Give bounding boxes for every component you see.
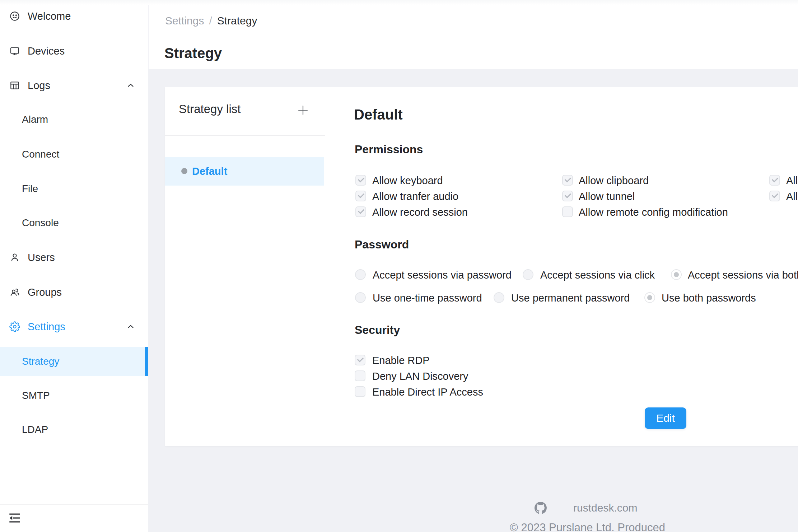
copyright-text: © 2023 Purslane Ltd. Produced (510, 521, 665, 532)
radio-accept-via-click[interactable] (523, 269, 533, 280)
breadcrumb-separator: / (209, 15, 212, 27)
radio-one-time-password[interactable] (355, 292, 366, 303)
sidebar-item-ldap[interactable]: LDAP (0, 415, 148, 444)
strategy-list-panel: Strategy list Default (165, 87, 325, 446)
checkbox-label: All (786, 175, 798, 186)
sidebar-collapse-button[interactable] (9, 513, 22, 524)
checkbox-label: Enable RDP (372, 355, 430, 366)
sidebar-item-settings[interactable]: Settings (0, 312, 148, 341)
checkbox-allow-transfer-audio[interactable] (355, 191, 366, 201)
checkbox-allow-col3-row2[interactable] (769, 191, 780, 201)
sidebar-item-label: Devices (28, 45, 65, 57)
strategy-list-title: Strategy list (179, 102, 241, 116)
strategy-list-item-default[interactable]: Default (165, 157, 324, 186)
sidebar-item-label: Logs (28, 80, 50, 92)
sidebar-item-label: File (22, 183, 38, 195)
checkbox-enable-direct-ip[interactable] (355, 386, 365, 397)
checkbox-label: Deny LAN Discovery (372, 370, 468, 382)
sidebar-item-label: Users (28, 252, 55, 263)
radio-both-passwords[interactable] (644, 292, 655, 303)
footer: rustdesk.com (535, 502, 637, 514)
radio-accept-via-password[interactable] (355, 269, 366, 280)
checkbox-allow-tunnel[interactable] (562, 191, 573, 201)
sidebar-divider (0, 504, 148, 505)
sidebar-item-label: Strategy (22, 356, 59, 367)
user-icon (9, 252, 20, 263)
sidebar-item-label: Settings (28, 321, 65, 333)
smiley-icon (9, 11, 20, 22)
checkbox-label: Allow remote config modification (579, 206, 728, 218)
gear-icon (9, 321, 20, 332)
security-heading: Security (355, 323, 400, 337)
strategy-card: Strategy list Default Default Permission… (165, 87, 798, 446)
edit-button[interactable]: Edit (645, 407, 686, 429)
checkbox-label: All (786, 191, 798, 202)
sidebar-item-smtp[interactable]: SMTP (0, 381, 148, 410)
password-row: Use one-time password Use permanent pass… (354, 292, 798, 304)
checkbox-allow-remote-config[interactable] (562, 206, 573, 217)
security-row: Deny LAN Discovery (354, 370, 798, 382)
sidebar-item-connect[interactable]: Connect (0, 140, 148, 169)
radio-label: Use one-time password (373, 292, 482, 304)
breadcrumb-settings[interactable]: Settings (165, 15, 204, 27)
breadcrumb-current: Strategy (217, 15, 257, 27)
permissions-row: Allow tranfer audio Allow tunnel All (354, 191, 798, 202)
list-divider (165, 135, 325, 136)
breadcrumb: Settings / Strategy (165, 15, 257, 27)
sidebar-item-label: Welcome (28, 10, 71, 22)
security-row: Enable RDP (354, 355, 798, 366)
window-top-edge (0, 0, 798, 5)
monitor-icon (9, 46, 20, 56)
sidebar-item-alarm[interactable]: Alarm (0, 105, 148, 134)
sidebar-item-console[interactable]: Console (0, 209, 148, 237)
radio-label: Accept sessions via click (540, 269, 655, 281)
chevron-up-icon[interactable] (126, 81, 135, 90)
sidebar-item-label: Connect (22, 149, 59, 160)
permissions-row: Allow keyboard Allow clipboard All (354, 175, 798, 186)
checkbox-enable-rdp[interactable] (355, 355, 365, 365)
page-title: Strategy (164, 45, 222, 61)
checkbox-allow-clipboard[interactable] (562, 175, 573, 186)
strategy-detail-panel: Default Permissions Allow keyboard Allow… (354, 87, 798, 446)
sidebar-item-groups[interactable]: Groups (0, 278, 148, 307)
status-dot-icon (181, 168, 187, 174)
sidebar-item-logs[interactable]: Logs (0, 71, 148, 100)
checkbox-label: Allow record session (372, 206, 468, 218)
sidebar-item-label: Alarm (22, 114, 48, 125)
sidebar-item-welcome[interactable]: Welcome (0, 2, 148, 31)
radio-label: Use both passwords (662, 292, 756, 304)
permissions-heading: Permissions (355, 143, 423, 156)
checkbox-allow-keyboard[interactable] (355, 175, 366, 186)
password-row: Accept sessions via password Accept sess… (354, 269, 798, 281)
sidebar-item-file[interactable]: File (0, 174, 148, 203)
sidebar-item-devices[interactable]: Devices (0, 37, 148, 65)
group-icon (9, 287, 20, 298)
checkbox-allow-record-session[interactable] (355, 206, 366, 217)
add-strategy-button[interactable] (297, 104, 309, 117)
permissions-row: Allow record session Allow remote config… (354, 206, 798, 218)
checkbox-label: Allow clipboard (579, 175, 649, 186)
radio-accept-via-both[interactable] (671, 269, 682, 280)
sidebar-item-strategy[interactable]: Strategy (0, 347, 148, 376)
menu-fold-icon (9, 513, 21, 524)
detail-title: Default (354, 107, 403, 123)
checkbox-deny-lan-discovery[interactable] (355, 370, 365, 381)
checkbox-label: Allow tranfer audio (372, 191, 458, 202)
table-icon (9, 80, 20, 91)
rustdesk-link[interactable]: rustdesk.com (573, 502, 637, 514)
page-header: Settings / Strategy Strategy (149, 0, 798, 69)
password-heading: Password (355, 238, 409, 251)
strategy-name: Default (192, 165, 227, 177)
checkbox-label: Allow keyboard (372, 175, 443, 186)
chevron-up-icon[interactable] (126, 322, 135, 331)
radio-label: Use permanent password (511, 292, 630, 304)
sidebar-item-users[interactable]: Users (0, 243, 148, 272)
checkbox-allow-col3-row1[interactable] (769, 175, 780, 186)
plus-icon (297, 104, 309, 117)
sidebar-item-label: LDAP (22, 424, 48, 435)
sidebar-item-label: Console (22, 217, 59, 229)
github-icon[interactable] (535, 502, 547, 514)
sidebar-item-label: Groups (28, 286, 62, 298)
radio-permanent-password[interactable] (494, 292, 504, 303)
security-row: Enable Direct IP Access (354, 386, 798, 398)
